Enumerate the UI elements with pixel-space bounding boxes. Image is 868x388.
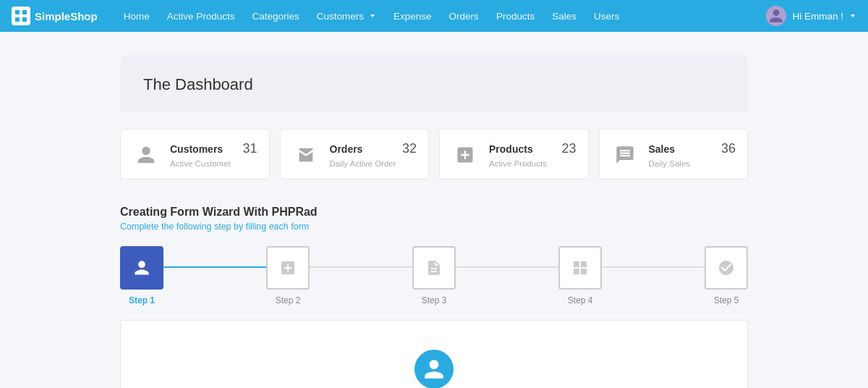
nav-products[interactable]: Products bbox=[488, 0, 543, 32]
dashboard-header: The Dashboard bbox=[120, 55, 748, 111]
dashboard-title: The Dashboard bbox=[143, 75, 725, 94]
orders-label: Orders bbox=[330, 143, 363, 155]
brand-logo bbox=[12, 7, 30, 25]
connector-4-5 bbox=[600, 266, 706, 268]
step-5-label: Step 5 bbox=[714, 295, 739, 305]
brand-name: SimpleShop bbox=[35, 10, 98, 22]
stat-card-products[interactable]: Products 23 Active Products bbox=[439, 129, 589, 180]
products-icon bbox=[451, 141, 479, 169]
nav-users[interactable]: Users bbox=[585, 0, 628, 32]
sales-icon bbox=[611, 141, 639, 169]
products-label: Products bbox=[489, 143, 533, 155]
step-2[interactable]: Step 2 bbox=[266, 246, 310, 305]
svg-rect-3 bbox=[22, 17, 27, 22]
orders-icon bbox=[292, 141, 320, 169]
sales-value: 36 bbox=[721, 141, 736, 156]
step-4-label: Step 4 bbox=[568, 295, 593, 305]
user-label: Hi Emman ! bbox=[792, 11, 843, 22]
orders-sub: Daily Active Order bbox=[330, 159, 417, 168]
user-menu[interactable]: Hi Emman ! bbox=[766, 6, 856, 26]
nav-links: Home Active Products Categories Customer… bbox=[115, 0, 767, 32]
navbar: SimpleShop Home Active Products Categori… bbox=[0, 0, 868, 32]
step-5-box bbox=[705, 246, 748, 290]
step-1-label: Step 1 bbox=[129, 295, 155, 305]
customers-icon bbox=[132, 141, 160, 169]
sales-label: Sales bbox=[649, 143, 676, 155]
connector-2-3 bbox=[308, 266, 414, 268]
svg-rect-1 bbox=[22, 10, 27, 14]
orders-value: 32 bbox=[402, 141, 417, 156]
steps-row: Step 1 Step 2 Step 3 bbox=[120, 246, 748, 305]
connector-3-4 bbox=[454, 266, 560, 268]
step-3-box bbox=[412, 246, 456, 290]
step-3[interactable]: Step 3 bbox=[412, 246, 456, 305]
avatar bbox=[766, 6, 786, 26]
svg-rect-2 bbox=[15, 17, 20, 22]
page-content: The Dashboard Customers 31 Active Custom… bbox=[109, 32, 760, 388]
step-3-label: Step 3 bbox=[422, 295, 447, 305]
customers-value: 31 bbox=[242, 141, 257, 156]
svg-rect-0 bbox=[15, 10, 20, 14]
products-sub: Active Products bbox=[489, 159, 576, 168]
connector-1-2 bbox=[162, 266, 268, 268]
step-2-label: Step 2 bbox=[276, 295, 301, 305]
stat-card-orders[interactable]: Orders 32 Daily Active Order bbox=[280, 129, 430, 180]
step-4-box bbox=[558, 246, 602, 290]
nav-expense[interactable]: Expense bbox=[385, 0, 441, 32]
wizard-card: Welcome To Vue Form Wizard bbox=[120, 320, 748, 388]
nav-categories[interactable]: Categories bbox=[244, 0, 308, 32]
step-2-box bbox=[266, 246, 310, 290]
brand[interactable]: SimpleShop bbox=[12, 7, 98, 25]
customers-label: Customers bbox=[170, 143, 223, 155]
wizard-title: Creating Form Wizard With PHPRad bbox=[120, 206, 748, 219]
nav-home[interactable]: Home bbox=[115, 0, 158, 32]
step-4[interactable]: Step 4 bbox=[558, 246, 602, 305]
wizard-subtitle: Complete the following step by filling e… bbox=[120, 222, 748, 232]
products-value: 23 bbox=[561, 141, 576, 156]
customers-sub: Active Customer bbox=[170, 159, 258, 168]
user-dropdown-icon bbox=[849, 12, 856, 20]
nav-active-products[interactable]: Active Products bbox=[158, 0, 244, 32]
stat-card-customers[interactable]: Customers 31 Active Customer bbox=[120, 129, 270, 180]
wizard-section: Creating Form Wizard With PHPRad Complet… bbox=[120, 206, 748, 388]
wizard-card-icon bbox=[414, 350, 454, 388]
step-1-box bbox=[120, 246, 163, 290]
step-1[interactable]: Step 1 bbox=[120, 246, 163, 305]
nav-sales[interactable]: Sales bbox=[543, 0, 585, 32]
nav-orders[interactable]: Orders bbox=[441, 0, 488, 32]
stat-cards: Customers 31 Active Customer Orders 32 D… bbox=[120, 129, 748, 180]
step-5[interactable]: Step 5 bbox=[705, 246, 748, 305]
nav-customers[interactable]: Customers bbox=[308, 0, 385, 32]
stat-card-sales[interactable]: Sales 36 Daily Sales bbox=[599, 129, 749, 180]
sales-sub: Daily Sales bbox=[649, 159, 736, 168]
